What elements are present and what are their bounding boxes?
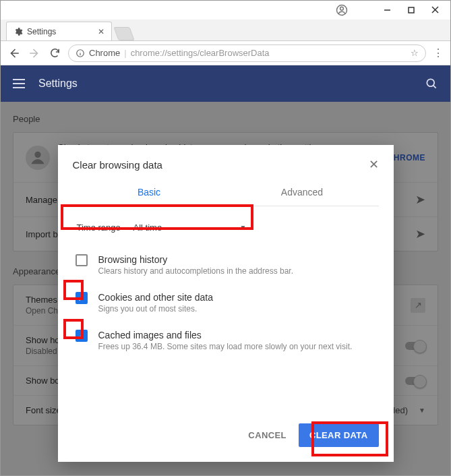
reload-button[interactable]: [48, 47, 61, 59]
bookmark-star-icon[interactable]: ☆: [411, 48, 419, 58]
modal-overlay: Clear browsing data ✕ Basic Advanced Tim…: [1, 102, 450, 476]
close-button[interactable]: [423, 1, 448, 19]
option-cookies[interactable]: ✓ Cookies and other site data Signs you …: [73, 284, 379, 322]
svg-point-1: [340, 7, 344, 10]
checkbox[interactable]: ✓: [76, 330, 88, 342]
tab-settings[interactable]: Settings ✕: [6, 22, 112, 40]
menu-icon[interactable]: [13, 79, 25, 88]
svg-rect-3: [409, 7, 414, 13]
option-title: Browsing history: [98, 254, 294, 265]
site-info-icon[interactable]: [76, 49, 85, 58]
checkbox[interactable]: [76, 254, 88, 266]
page-title: Settings: [38, 78, 78, 90]
account-icon[interactable]: [336, 4, 348, 16]
window-titlebar: [1, 1, 450, 20]
clear-data-button[interactable]: CLEAR DATA: [299, 423, 379, 447]
url-separator: |: [124, 48, 126, 58]
svg-line-10: [433, 86, 436, 88]
tab-advanced[interactable]: Advanced: [226, 179, 379, 206]
option-cache[interactable]: ✓ Cached images and files Frees up 36.4 …: [73, 322, 379, 359]
forward-button: [28, 47, 41, 59]
new-tab-button[interactable]: [114, 27, 135, 40]
time-range-label: Time range: [77, 222, 131, 233]
maximize-button[interactable]: [399, 1, 423, 19]
clear-browsing-data-dialog: Clear browsing data ✕ Basic Advanced Tim…: [58, 145, 394, 462]
back-button[interactable]: [7, 47, 21, 59]
minimize-button[interactable]: [375, 1, 399, 19]
option-title: Cookies and other site data: [98, 292, 213, 303]
close-icon[interactable]: ✕: [369, 157, 379, 172]
option-desc: Frees up 36.4 MB. Some sites may load mo…: [98, 342, 353, 351]
gear-icon: [13, 27, 23, 36]
option-desc: Clears history and autocompletions in th…: [98, 266, 294, 276]
checkbox[interactable]: ✓: [76, 292, 88, 304]
url-bar[interactable]: Chrome | chrome://settings/clearBrowserD…: [68, 44, 426, 62]
search-icon[interactable]: [425, 77, 438, 90]
dropdown-caret-icon: ▼: [240, 224, 247, 231]
chrome-menu-button[interactable]: ⋮: [433, 47, 444, 59]
option-desc: Signs you out of most sites.: [98, 304, 213, 314]
settings-header: Settings: [1, 65, 450, 102]
settings-content: People Sign in to get your bookmarks, hi…: [1, 102, 450, 476]
option-browsing-history[interactable]: Browsing history Clears history and auto…: [73, 246, 379, 284]
tab-strip: Settings ✕: [1, 20, 450, 41]
svg-point-9: [427, 79, 434, 86]
browser-toolbar: Chrome | chrome://settings/clearBrowserD…: [1, 41, 450, 65]
clear-options-list: Browsing history Clears history and auto…: [73, 246, 379, 359]
time-range-select[interactable]: All time ▼: [131, 220, 249, 235]
tab-label: Settings: [27, 27, 56, 36]
url-scheme: Chrome: [89, 48, 120, 58]
cancel-button[interactable]: CANCEL: [248, 430, 287, 440]
url-text: chrome://settings/clearBrowserData: [131, 48, 270, 58]
close-tab-icon[interactable]: ✕: [98, 27, 104, 36]
dialog-title: Clear browsing data: [73, 159, 162, 171]
tab-basic[interactable]: Basic: [73, 179, 226, 206]
time-range-value: All time: [133, 222, 162, 233]
option-title: Cached images and files: [98, 330, 353, 340]
time-range-row: Time range All time ▼: [73, 216, 379, 239]
